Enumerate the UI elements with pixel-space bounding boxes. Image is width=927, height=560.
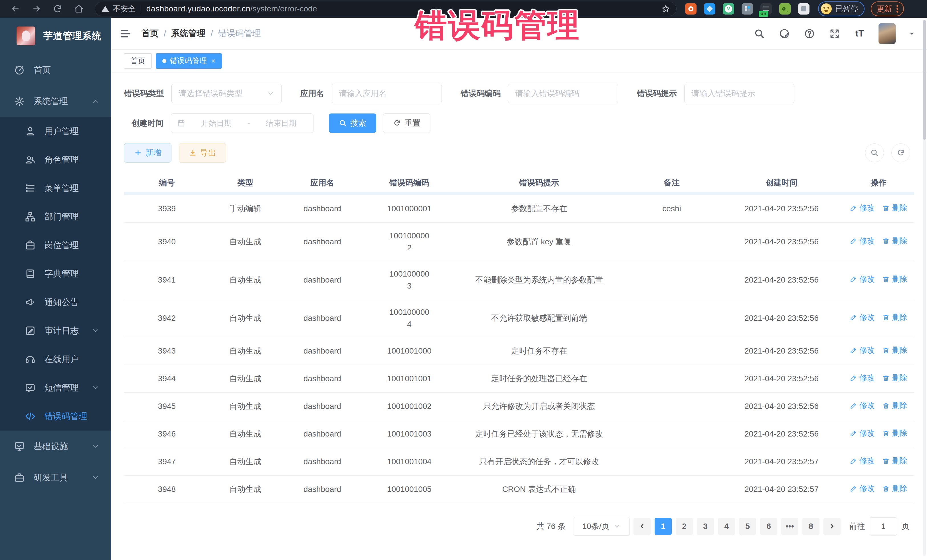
breadcrumb-item-1[interactable]: 系统管理 <box>171 28 205 39</box>
date-range-picker[interactable]: 开始日期 - 结束日期 <box>171 114 313 133</box>
avatar-caret-icon[interactable] <box>908 30 916 37</box>
page-button-3[interactable]: 3 <box>697 518 714 535</box>
goto-page-input[interactable] <box>870 517 897 536</box>
bookmark-star-icon[interactable] <box>661 5 670 13</box>
page-size-select[interactable]: 10条/页 <box>574 517 629 536</box>
address-bar[interactable]: 不安全 dashboard.yudao.iocoder.cn/system/er… <box>95 2 676 16</box>
page-button-6[interactable]: 6 <box>760 518 777 535</box>
page-button-2[interactable]: 2 <box>676 518 693 535</box>
extension-orange-icon[interactable] <box>685 3 696 15</box>
font-size-icon[interactable]: tT <box>853 27 866 40</box>
edit-link[interactable]: 修改 <box>850 235 875 247</box>
prev-page-button[interactable] <box>634 518 650 535</box>
delete-link[interactable]: 删除 <box>882 235 907 247</box>
delete-link[interactable]: 删除 <box>882 400 907 411</box>
page-ellipsis-button[interactable]: ••• <box>781 518 798 535</box>
browser-update-button[interactable]: 更新 <box>871 2 904 16</box>
filter-text-input[interactable] <box>515 89 611 98</box>
extension-grid-icon[interactable] <box>742 3 753 15</box>
export-button[interactable]: 导出 <box>179 143 226 162</box>
delete-link[interactable]: 删除 <box>882 372 907 384</box>
github-icon[interactable] <box>778 27 791 40</box>
edit-link[interactable]: 修改 <box>850 372 875 384</box>
org-tree-icon <box>24 211 36 223</box>
next-page-button[interactable] <box>824 518 840 535</box>
sidebar-item-12[interactable]: 错误码管理 <box>0 402 111 431</box>
edit-link[interactable]: 修改 <box>850 202 875 214</box>
delete-link[interactable]: 删除 <box>882 202 907 214</box>
dictionary-icon <box>24 267 36 280</box>
edit-link[interactable]: 修改 <box>850 427 875 439</box>
cell-actions: 修改删除 <box>843 369 914 388</box>
refresh-table-icon[interactable] <box>891 143 910 162</box>
edit-link[interactable]: 修改 <box>850 400 875 411</box>
page-button-1[interactable]: 1 <box>655 518 672 535</box>
delete-link[interactable]: 删除 <box>882 312 907 323</box>
fullscreen-icon[interactable] <box>828 27 841 40</box>
breadcrumb-item-0[interactable]: 首页 <box>141 28 159 39</box>
sidebar-item-14[interactable]: 研发工具 <box>0 462 111 493</box>
browser-forward-icon[interactable] <box>31 3 42 15</box>
app-logo-row[interactable]: 芋道管理系统 <box>0 18 111 54</box>
edit-link[interactable]: 修改 <box>850 455 875 467</box>
filter-input-2[interactable] <box>508 84 618 103</box>
toggle-search-icon[interactable] <box>865 143 884 162</box>
browser-reload-icon[interactable] <box>52 3 63 15</box>
delete-link[interactable]: 删除 <box>882 455 907 467</box>
sidebar-item-9[interactable]: 审计日志 <box>0 317 111 345</box>
sidebar-item-8[interactable]: 通知公告 <box>0 288 111 317</box>
sidebar-item-11[interactable]: 短信管理 <box>0 373 111 402</box>
page-button-4[interactable]: 4 <box>718 518 735 535</box>
user-avatar[interactable] <box>878 23 896 44</box>
sidebar-item-6[interactable]: 岗位管理 <box>0 231 111 260</box>
edit-link[interactable]: 修改 <box>850 344 875 356</box>
page-button-5[interactable]: 5 <box>739 518 756 535</box>
filter-text-input[interactable] <box>339 89 435 98</box>
sidebar-item-3[interactable]: 角色管理 <box>0 146 111 174</box>
sidebar-item-4[interactable]: 菜单管理 <box>0 174 111 202</box>
extension-vue-icon[interactable]: V <box>723 3 734 15</box>
sidebar-item-1[interactable]: 系统管理 <box>0 85 111 117</box>
page-scrollbar[interactable] <box>923 20 926 556</box>
filter-input-1[interactable] <box>332 84 442 103</box>
edit-link[interactable]: 修改 <box>850 312 875 323</box>
extension-key-icon[interactable] <box>779 3 791 15</box>
browser-profile-chip[interactable]: 已暂停 <box>818 2 865 16</box>
extension-gem-icon[interactable] <box>704 3 715 15</box>
extension-puzzle-icon[interactable] <box>798 3 810 15</box>
error-type-select[interactable]: 请选择错误码类型 <box>172 84 281 103</box>
sidebar-item-5[interactable]: 部门管理 <box>0 202 111 231</box>
extension-switch-icon[interactable]: on <box>760 3 772 15</box>
help-question-icon[interactable] <box>803 27 816 40</box>
browser-back-icon[interactable] <box>10 3 21 15</box>
reset-button[interactable]: 重置 <box>383 114 430 133</box>
sidebar-item-13[interactable]: 基础设施 <box>0 431 111 462</box>
sidebar-item-label: 字典管理 <box>44 268 79 280</box>
sidebar-item-7[interactable]: 字典管理 <box>0 260 111 288</box>
delete-link[interactable]: 删除 <box>882 273 907 285</box>
browser-home-icon[interactable] <box>73 3 84 15</box>
header-search-icon[interactable] <box>753 27 766 40</box>
filter-input-3[interactable] <box>684 84 794 103</box>
filter-text-input[interactable] <box>691 89 787 98</box>
edit-link[interactable]: 修改 <box>850 273 875 285</box>
sidebar-item-0[interactable]: 首页 <box>0 54 111 85</box>
tag-view-0[interactable]: 首页 <box>124 53 152 69</box>
tag-view-1[interactable]: 错误码管理× <box>156 53 222 69</box>
delete-link[interactable]: 删除 <box>882 427 907 439</box>
delete-link[interactable]: 删除 <box>882 483 907 495</box>
page-button-8[interactable]: 8 <box>802 518 819 535</box>
cell-memo <box>623 486 720 492</box>
edit-link[interactable]: 修改 <box>850 483 875 495</box>
sidebar-item-2[interactable]: 用户管理 <box>0 117 111 146</box>
search-button[interactable]: 搜索 <box>329 114 376 133</box>
profile-avatar-emoji <box>821 3 832 14</box>
breadcrumb-separator: / <box>164 29 166 38</box>
browser-menu-dots-icon[interactable] <box>897 5 898 12</box>
date-separator: - <box>247 118 250 128</box>
hamburger-icon[interactable] <box>119 27 132 40</box>
add-button[interactable]: 新增 <box>124 143 172 162</box>
tag-close-icon[interactable]: × <box>211 57 215 65</box>
delete-link[interactable]: 删除 <box>882 344 907 356</box>
sidebar-item-10[interactable]: 在线用户 <box>0 345 111 373</box>
